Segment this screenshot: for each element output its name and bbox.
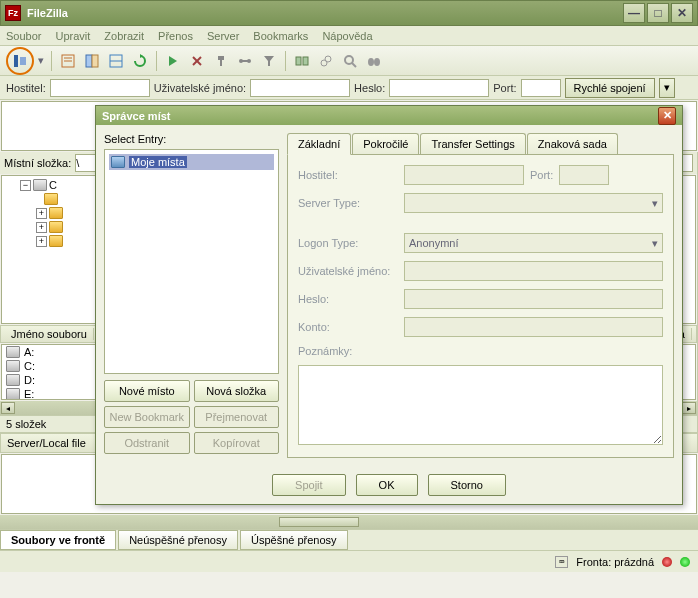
site-manager-button[interactable] — [6, 47, 34, 75]
queue-status: Fronta: prázdná — [576, 556, 654, 568]
tab-general[interactable]: Základní — [287, 133, 351, 155]
scroll-left-icon[interactable]: ◂ — [1, 402, 15, 414]
minimize-button[interactable]: — — [623, 3, 645, 23]
new-folder-button[interactable]: Nová složka — [194, 380, 280, 402]
local-path-label: Místní složka: — [4, 157, 71, 169]
site-tree[interactable]: Moje místa — [104, 149, 279, 374]
delete-button: Odstranit — [104, 432, 190, 454]
pass-input[interactable] — [389, 79, 489, 97]
user-input[interactable] — [250, 79, 350, 97]
host-input[interactable] — [50, 79, 150, 97]
svg-line-23 — [352, 63, 356, 67]
account-field-label: Konto: — [298, 321, 398, 333]
ok-button[interactable]: OK — [356, 474, 418, 496]
toggle-log-button[interactable] — [57, 50, 79, 72]
dialog-titlebar[interactable]: Správce míst ✕ — [96, 106, 682, 125]
logontype-value: Anonymní — [409, 237, 459, 249]
host-label: Hostitel: — [6, 82, 46, 94]
folder-icon — [49, 235, 63, 247]
compare-button[interactable] — [291, 50, 313, 72]
tree-expand-icon[interactable]: + — [36, 222, 47, 233]
tree-collapse-icon[interactable]: − — [20, 180, 31, 191]
queue-hscroll[interactable] — [0, 515, 698, 529]
port-field — [559, 165, 609, 185]
host-field-label: Hostitel: — [298, 169, 398, 181]
svg-point-25 — [374, 58, 380, 66]
quickconnect-button[interactable]: Rychlé spojení — [565, 78, 655, 98]
new-site-button[interactable]: Nové místo — [104, 380, 190, 402]
search-button[interactable] — [339, 50, 361, 72]
menu-transfer[interactable]: Přenos — [158, 30, 193, 42]
disconnect-button[interactable] — [210, 50, 232, 72]
chevron-down-icon: ▾ — [652, 197, 658, 210]
servertype-select: ▾ — [404, 193, 663, 213]
tab-queued-files[interactable]: Soubory ve frontě — [0, 530, 116, 550]
process-queue-button[interactable] — [162, 50, 184, 72]
tab-advanced[interactable]: Pokročilé — [352, 133, 419, 155]
menu-file[interactable]: Soubor — [6, 30, 41, 42]
scroll-right-icon[interactable]: ▸ — [682, 402, 696, 414]
cd-icon — [6, 374, 20, 386]
maximize-button[interactable]: □ — [647, 3, 669, 23]
cancel-dialog-button[interactable]: Storno — [428, 474, 506, 496]
svg-point-22 — [345, 56, 353, 64]
settings-pane: Základní Pokročilé Transfer Settings Zna… — [287, 133, 674, 458]
menu-server[interactable]: Server — [207, 30, 239, 42]
svg-point-15 — [239, 59, 243, 63]
titlebar: Fz FileZilla — □ ✕ — [0, 0, 698, 26]
menu-help[interactable]: Nápověda — [322, 30, 372, 42]
floppy-icon — [6, 346, 20, 358]
pass-field-label: Heslo: — [298, 293, 398, 305]
window-title: FileZilla — [27, 7, 623, 19]
tree-expand-icon[interactable]: + — [36, 208, 47, 219]
logontype-label: Logon Type: — [298, 237, 398, 249]
tab-failed-transfers[interactable]: Neúspěšné přenosy — [118, 530, 238, 550]
port-field-label: Port: — [530, 169, 553, 181]
my-sites-node[interactable]: Moje místa — [109, 154, 274, 170]
close-button[interactable]: ✕ — [671, 3, 693, 23]
app-icon: Fz — [5, 5, 21, 21]
cancel-button[interactable] — [186, 50, 208, 72]
user-field-label: Uživatelské jméno: — [298, 265, 398, 277]
svg-rect-1 — [20, 57, 26, 65]
notes-textarea[interactable] — [298, 365, 663, 445]
tab-successful-transfers[interactable]: Úspěšné přenosy — [240, 530, 348, 550]
folder-icon — [49, 221, 63, 233]
tree-expand-icon[interactable]: + — [36, 236, 47, 247]
dialog-close-button[interactable]: ✕ — [658, 107, 676, 125]
svg-point-21 — [325, 56, 331, 62]
svg-rect-0 — [14, 55, 18, 67]
quickconnect-bar: Hostitel: Uživatelské jméno: Heslo: Port… — [0, 76, 698, 100]
svg-rect-13 — [218, 56, 224, 60]
pass-field — [404, 289, 663, 309]
port-input[interactable] — [521, 79, 561, 97]
menu-edit[interactable]: Upravit — [55, 30, 90, 42]
dropdown-arrow-icon[interactable]: ▾ — [36, 54, 46, 67]
refresh-button[interactable] — [129, 50, 151, 72]
tab-charset[interactable]: Znaková sada — [527, 133, 618, 155]
folder-icon — [44, 193, 58, 205]
activity-led-send — [680, 557, 690, 567]
quickconnect-history-button[interactable]: ▾ — [659, 78, 675, 98]
keyboard-icon: ⌨ — [555, 556, 568, 568]
menu-view[interactable]: Zobrazit — [104, 30, 144, 42]
toggle-tree-button[interactable] — [81, 50, 103, 72]
toggle-queue-button[interactable] — [105, 50, 127, 72]
binoculars-button[interactable] — [363, 50, 385, 72]
filter-button[interactable] — [258, 50, 280, 72]
scroll-handle[interactable] — [279, 517, 359, 527]
queue-tabs: Soubory ve frontě Neúspěšné přenosy Úspě… — [0, 529, 698, 550]
sync-browse-button[interactable] — [315, 50, 337, 72]
svg-rect-18 — [296, 57, 301, 65]
toolbar: ▾ — [0, 46, 698, 76]
svg-rect-5 — [86, 55, 92, 67]
servertype-label: Server Type: — [298, 197, 398, 209]
new-bookmark-button: New Bookmark — [104, 406, 190, 428]
svg-marker-17 — [264, 56, 274, 66]
reconnect-button[interactable] — [234, 50, 256, 72]
sites-folder-icon — [111, 156, 125, 168]
menu-bookmarks[interactable]: Bookmarks — [253, 30, 308, 42]
svg-rect-6 — [92, 55, 98, 67]
tab-transfer-settings[interactable]: Transfer Settings — [420, 133, 525, 155]
name-column[interactable]: Jméno souboru — [5, 328, 94, 340]
